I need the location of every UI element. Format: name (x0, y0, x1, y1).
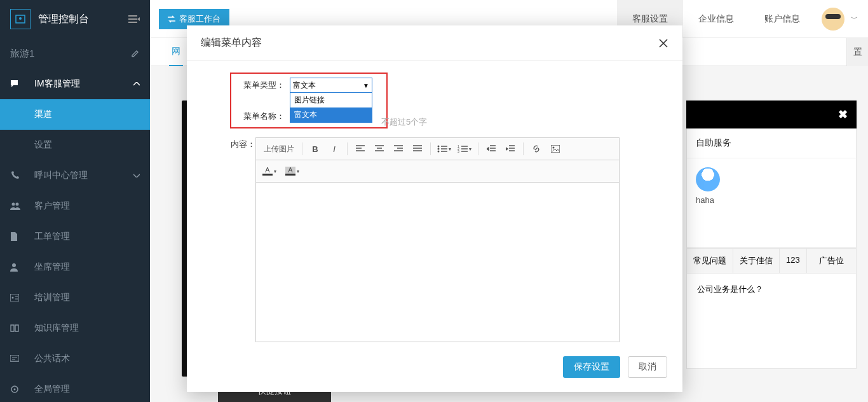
sidebar-item-kb[interactable]: 知识库管理 (0, 313, 150, 343)
sidebar-subitem-label: 设置 (34, 139, 52, 151)
right-tab-faq[interactable]: 常见问题 (687, 249, 733, 273)
right-tab-123[interactable]: 123 (780, 249, 807, 273)
sidebar-label: 客户管理 (34, 200, 140, 212)
align-center-button[interactable] (370, 141, 388, 157)
right-panel-header: ✖ (686, 100, 857, 128)
editor-toolbar-2: A ▾ A ▾ (256, 160, 619, 183)
caret-down-icon: ▼ (363, 82, 369, 89)
modal-footer: 保存设置 取消 (187, 345, 682, 392)
file-icon (10, 232, 23, 241)
svg-text:3: 3 (458, 149, 459, 153)
sidebar-label: 工单管理 (34, 231, 140, 242)
outdent-button[interactable] (482, 141, 500, 157)
svg-point-9 (14, 389, 16, 391)
haha-label: haha (696, 195, 847, 205)
sidebar-item-training[interactable]: 培训管理 (0, 282, 150, 313)
sidebar-item-agents[interactable]: 坐席管理 (0, 252, 150, 282)
sidebar-item-scripts[interactable]: 公共话术 (0, 343, 150, 374)
sidebar-item-customers[interactable]: 客户管理 (0, 191, 150, 221)
svg-point-10 (438, 146, 440, 148)
close-icon[interactable]: ✖ (838, 107, 848, 121)
richtext-editor: 上传图片 B I ▾ 123▾ A (255, 137, 620, 342)
type-select[interactable]: 富文本 ▼ (290, 78, 372, 93)
sidebar-subitem-settings[interactable]: 设置 (0, 130, 150, 160)
ordered-list-button[interactable]: 123▾ (455, 141, 474, 157)
svg-rect-5 (10, 294, 19, 302)
bg-color-button[interactable]: A ▾ (283, 163, 302, 179)
right-tab-about[interactable]: 关于佳信 (733, 249, 780, 273)
sidebar-label: 培训管理 (34, 292, 140, 303)
option-image-link[interactable]: 图片链接 (290, 93, 372, 107)
editor-body[interactable] (256, 183, 619, 342)
svg-point-17 (553, 147, 555, 149)
haha-avatar-icon (696, 167, 720, 191)
sidebar-label: 全局管理 (34, 384, 140, 395)
align-justify-button[interactable] (409, 141, 426, 157)
bold-button[interactable]: B (306, 141, 324, 157)
secondbar-tab[interactable]: 网 (169, 38, 183, 66)
image-button[interactable] (546, 141, 564, 157)
svg-rect-7 (10, 355, 19, 361)
secondbar-right-edge: 置 (846, 38, 868, 66)
sidebar-section[interactable]: 旅游1 (0, 38, 150, 69)
svg-point-4 (12, 263, 16, 267)
italic-button[interactable]: I (325, 141, 343, 157)
option-richtext[interactable]: 富文本 (290, 107, 372, 122)
workspace-label: 客服工作台 (179, 13, 220, 25)
svg-point-1 (19, 17, 22, 20)
right-question[interactable]: 公司业务是什么？ (686, 274, 857, 369)
sidebar-label: 呼叫中心管理 (34, 170, 133, 181)
sidebar-item-im[interactable]: IM客服管理 (0, 69, 150, 99)
save-button[interactable]: 保存设置 (563, 356, 620, 378)
link-button[interactable] (527, 141, 545, 157)
chat-icon (10, 80, 23, 88)
collapse-icon[interactable] (128, 15, 140, 24)
self-service-header: 自助服务 (687, 128, 856, 158)
sidebar-item-tickets[interactable]: 工单管理 (0, 221, 150, 252)
sidebar: 管理控制台 旅游1 IM客服管理 渠道 设置 呼叫中心管理 (0, 0, 150, 402)
user-dropdown-caret[interactable]: ﹀ (851, 14, 858, 24)
edit-icon[interactable] (131, 49, 140, 58)
type-label: 菜单类型： (239, 80, 285, 91)
phone-icon (10, 171, 23, 180)
type-dropdown: 图片链接 富文本 (290, 92, 372, 123)
topbar-tab-account-info[interactable]: 账户信息 (749, 0, 815, 38)
avatar[interactable] (822, 8, 844, 31)
sidebar-label: 知识库管理 (34, 322, 140, 334)
modal-title: 编辑菜单内容 (201, 36, 262, 50)
right-tabs: 常见问题 关于佳信 123 广告位 (686, 248, 857, 274)
book-icon (10, 324, 23, 332)
right-panel: ✖ 自助服务 haha 常见问题 关于佳信 123 广告位 公司业务是什么？ (686, 100, 857, 369)
sidebar-label: IM客服管理 (34, 78, 133, 90)
name-hint: 不超过5个字 (381, 117, 427, 127)
sidebar-title: 管理控制台 (38, 13, 128, 26)
haha-section: haha (687, 158, 856, 247)
svg-rect-16 (551, 145, 560, 153)
close-icon[interactable] (658, 38, 668, 48)
edit-menu-modal: 编辑菜单内容 菜单类型： 富文本 ▼ 图片链接 富文本 (187, 25, 682, 392)
right-tab-ad[interactable]: 广告位 (807, 249, 856, 273)
content-label: 内容： (205, 139, 255, 150)
sidebar-item-global[interactable]: 全局管理 (0, 374, 150, 402)
svg-point-6 (12, 297, 14, 299)
font-color-button[interactable]: A ▾ (260, 163, 279, 179)
chevron-up-icon (133, 82, 140, 86)
indent-button[interactable] (501, 141, 519, 157)
gear-icon (10, 385, 23, 394)
chevron-down-icon (133, 174, 140, 177)
unordered-list-button[interactable]: ▾ (435, 141, 454, 157)
sidebar-item-callcenter[interactable]: 呼叫中心管理 (0, 160, 150, 191)
svg-point-11 (438, 148, 440, 150)
name-label: 菜单名称： (239, 111, 285, 122)
align-right-button[interactable] (390, 141, 407, 157)
svg-point-2 (12, 203, 15, 206)
sidebar-label: 坐席管理 (34, 261, 140, 273)
upload-image-button[interactable]: 上传图片 (260, 141, 298, 157)
topbar-tab-company-info[interactable]: 企业信息 (683, 0, 749, 38)
modal-header: 编辑菜单内容 (187, 25, 682, 61)
person-icon (10, 263, 23, 272)
align-left-button[interactable] (351, 141, 369, 157)
cancel-button[interactable]: 取消 (628, 356, 667, 378)
sidebar-subitem-channel[interactable]: 渠道 (0, 99, 150, 130)
svg-point-3 (16, 203, 19, 206)
